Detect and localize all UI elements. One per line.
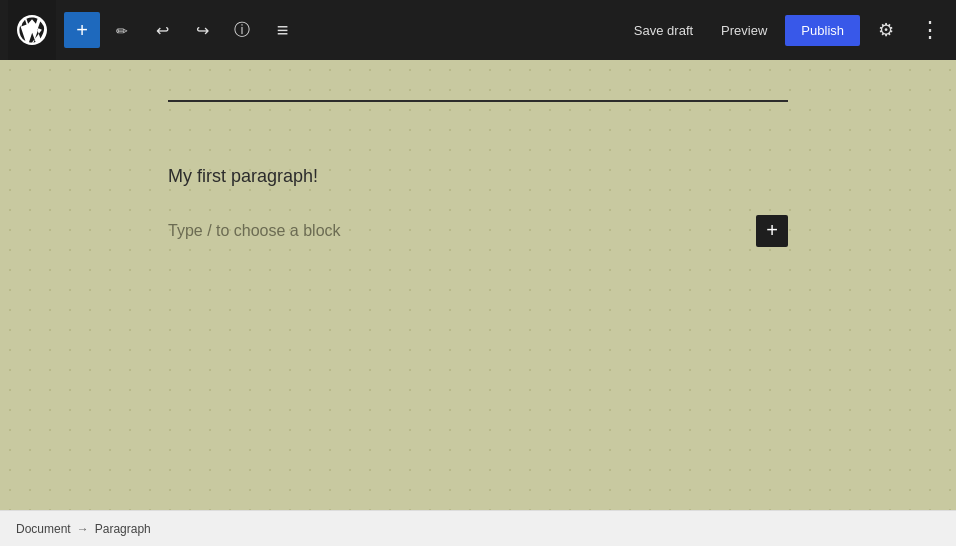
save-draft-button[interactable]: Save draft (624, 17, 703, 44)
more-options-button[interactable] (912, 12, 948, 48)
title-separator (168, 100, 788, 102)
info-icon (234, 19, 250, 41)
editor-content: My first paragraph! Type / to choose a b… (168, 100, 788, 470)
more-options-icon (919, 17, 941, 43)
publish-button[interactable]: Publish (785, 15, 860, 46)
paragraph-block[interactable]: My first paragraph! (168, 162, 788, 191)
editor-area[interactable]: My first paragraph! Type / to choose a b… (0, 60, 956, 510)
add-block-toolbar-button[interactable]: + (64, 12, 100, 48)
list-view-icon (277, 19, 288, 42)
settings-icon (878, 19, 894, 41)
breadcrumb-arrow: → (77, 522, 89, 536)
block-placeholder[interactable]: Type / to choose a block (168, 222, 744, 240)
editor-toolbar: + Save draft Preview Publish (0, 0, 956, 60)
status-bar: Document → Paragraph (0, 510, 956, 546)
undo-button[interactable] (144, 12, 180, 48)
preview-button[interactable]: Preview (711, 17, 777, 44)
details-button[interactable] (224, 12, 260, 48)
redo-icon (196, 20, 209, 41)
pencil-icon (116, 20, 128, 41)
paragraph-breadcrumb[interactable]: Paragraph (95, 522, 151, 536)
document-breadcrumb[interactable]: Document (16, 522, 71, 536)
redo-button[interactable] (184, 12, 220, 48)
undo-icon (156, 20, 169, 41)
add-block-button[interactable]: + (756, 215, 788, 247)
list-view-button[interactable] (264, 12, 300, 48)
settings-button[interactable] (868, 12, 904, 48)
new-block-row: Type / to choose a block + (168, 215, 788, 247)
wordpress-logo[interactable] (8, 0, 56, 60)
edit-mode-button[interactable] (104, 12, 140, 48)
toolbar-right-section: Save draft Preview Publish (624, 12, 948, 48)
